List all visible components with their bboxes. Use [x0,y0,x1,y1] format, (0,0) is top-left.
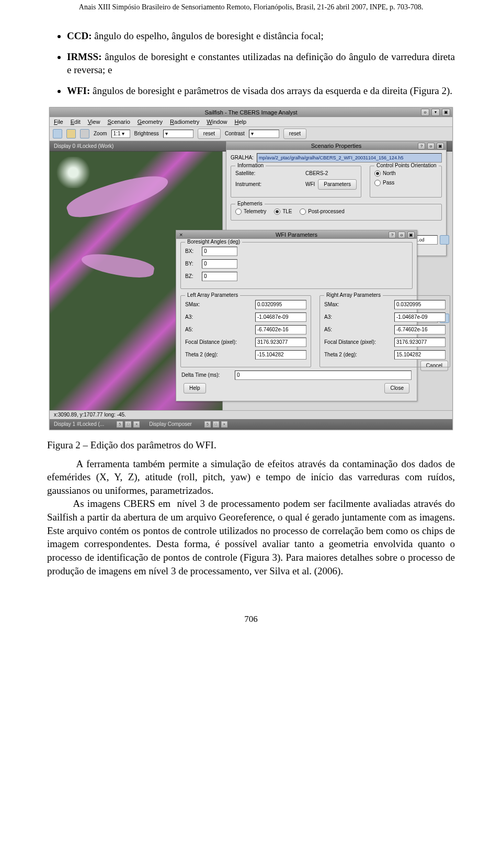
contrast-select[interactable]: ▾ [249,130,279,138]
d2-ctrl-c[interactable]: × [221,421,227,427]
roll-icon[interactable]: ▣ [437,143,444,149]
tool-icon[interactable] [80,129,89,138]
by-input[interactable] [202,259,237,269]
sailfish-app-window: Sailfish - The CBERS Image Analyst o ▾ ▣… [49,107,453,430]
min-icon[interactable]: o [421,109,429,116]
sat-label: Satellite: [235,170,302,176]
inst-label: Instrument: [235,181,302,187]
a5-left-input[interactable] [255,325,306,334]
north-radio[interactable]: North [374,170,395,177]
bullet-ccd: CCD: ângulo do espelho, ângulos de bores… [67,29,455,43]
wfi-x-icon[interactable]: × [179,232,182,238]
toolbar: Zoom 1:1 ▾ Brightness ▾ reset Contrast ▾… [50,127,452,141]
page-number: 706 [0,604,502,640]
bullet-irmss: IRMSS: ângulos de boresight e constantes… [67,50,455,77]
wfi-close-button[interactable]: Close [384,383,409,394]
new-icon[interactable] [53,129,62,138]
scenario-title: Scenario Properties [311,143,362,149]
wfi-help-button[interactable]: Help [184,383,206,394]
th-left-input[interactable] [255,350,306,360]
zoom-select[interactable]: 1:1 ▾ [111,130,130,138]
win-title: Sailfish - The CBERS Image Analyst [204,109,297,115]
menu-geometry[interactable]: Geometry [138,119,163,125]
zoom-label: Zoom [94,131,107,136]
max-icon[interactable]: ▾ [431,109,440,116]
figure-caption: Figura 2 – Edição dos parâmetros do WFI. [47,439,455,451]
bx-input[interactable] [202,247,237,256]
gralha-input[interactable] [257,153,442,163]
help-icon[interactable]: ? [418,143,425,149]
wfi-min-icon[interactable]: o [398,232,405,238]
sat-val: CBERS-2 [305,170,328,176]
contrast-label: Contrast [225,131,245,136]
bullet-list: CCD: ângulo do espelho, ângulos de bores… [47,29,455,98]
a3-right-input[interactable] [394,313,446,322]
smax-left-input[interactable] [255,300,306,309]
dt-input[interactable] [235,371,412,380]
menu-file[interactable]: File [54,119,63,125]
telem-radio[interactable]: Telemetry [235,209,266,215]
win-controls: o ▾ ▣ [421,109,450,116]
fd-right-input[interactable] [394,338,446,347]
d2-ctrl-b[interactable]: □ [213,421,219,427]
d1-ctrl-a[interactable]: 5 [117,421,123,427]
menu-help[interactable]: Help [235,119,247,125]
statusbar: x:3090.89, y:1707.77 long: -45. [50,410,452,419]
paper-header: Anais XIII Simpósio Brasileiro de Sensor… [0,0,502,14]
pass-radio[interactable]: Pass [374,180,394,186]
menu-window[interactable]: Window [207,119,227,125]
menubar: File Edit View Scenario Geometry Radiome… [50,117,452,127]
post-radio[interactable]: Post-processed [300,209,344,215]
left-legend: Left Array Parameters [185,292,240,298]
inst-val: WFI [305,181,315,187]
smax-right-input[interactable] [394,300,446,309]
panel-area: Scenario Properties ?o▣ GRALHA: Informat… [223,152,452,410]
fd-left-input[interactable] [255,338,306,347]
wfi-title: WFI Parameters [276,232,317,238]
reset-contrast-button[interactable]: reset [283,129,306,139]
a3-left-input[interactable] [255,313,306,322]
wfi-parameters-window: × WFI Parameters ?o▣ Boresight Angles (d… [176,230,417,401]
wfi-help-icon[interactable]: ? [389,232,396,238]
bottom-strip: Display 1 #Locked (... 5□× Display Compo… [50,419,452,430]
display1-label: Display 1 #Locked (... [54,421,104,427]
menu-edit[interactable]: Edit [71,119,81,125]
info-legend: Information [235,163,266,168]
tle-radio[interactable]: TLE [274,209,292,215]
bangles-legend: Boresight Angles (deg) [185,239,242,245]
min2-icon[interactable]: o [427,143,435,149]
close-icon[interactable]: ▣ [442,109,450,116]
menu-view[interactable]: View [88,119,100,125]
th-right-input[interactable] [394,350,446,360]
bz-input[interactable] [202,272,237,281]
menu-scenario[interactable]: Scenario [107,119,130,125]
right-legend: Right Array Parameters [324,292,383,298]
reset-bright-button[interactable]: reset [198,129,221,139]
bright-label: Brightness [134,131,159,136]
bright-select[interactable]: ▾ [163,130,193,138]
d1-ctrl-b[interactable]: □ [125,421,131,427]
d2-ctrl-a[interactable]: 5 [204,421,211,427]
win-titlebar: Sailfish - The CBERS Image Analyst o ▾ ▣ [50,108,452,117]
gralha-label: GRALHA: [231,155,254,160]
parameters-button[interactable]: Parameters [318,179,357,190]
eph-legend: Ephemeris [235,201,265,206]
browse-od-icon[interactable] [440,235,449,245]
bullet-wfi: WFI: ângulos de boresight e parâmetros d… [67,84,455,98]
cpo-legend: Control Points Orientation [374,163,439,168]
menu-radiometry[interactable]: Radiometry [170,119,199,125]
workspace: Scenario Properties ?o▣ GRALHA: Informat… [50,152,452,410]
wfi-roll-icon[interactable]: ▣ [407,232,415,238]
d1-ctrl-c[interactable]: × [133,421,140,427]
a5-right-input[interactable] [394,325,446,334]
composer-label: Display Composer [149,421,192,427]
body-text: A ferramenta também permite a simulação … [47,457,455,578]
open-icon[interactable] [66,129,76,138]
